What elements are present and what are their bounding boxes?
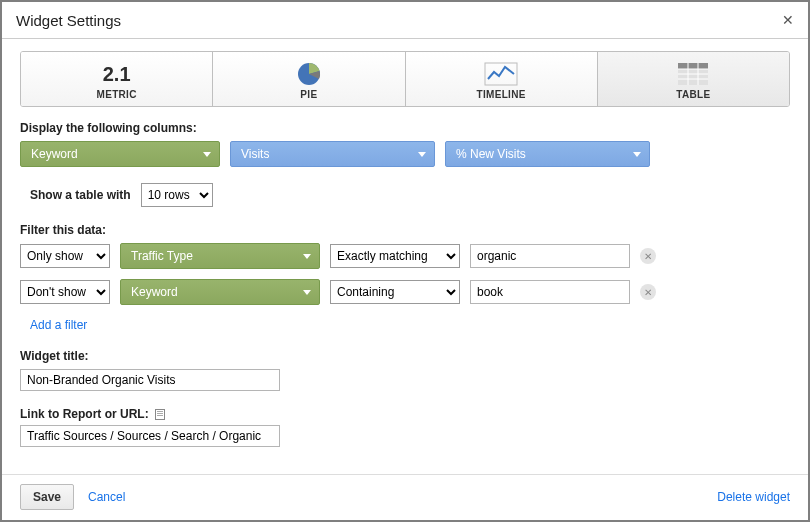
timeline-icon <box>406 61 597 87</box>
chevron-down-icon <box>303 290 311 295</box>
table-icon <box>598 61 789 87</box>
chevron-down-icon <box>203 152 211 157</box>
dialog-title: Widget Settings <box>16 12 121 29</box>
dialog-footer: Save Cancel Delete widget <box>2 474 808 520</box>
tab-metric[interactable]: 2.1 METRIC <box>21 52 213 106</box>
filters-section: Filter this data: Only show Traffic Type… <box>20 223 790 333</box>
close-icon[interactable]: ✕ <box>778 10 798 30</box>
add-filter-link[interactable]: Add a filter <box>30 318 87 332</box>
remove-filter-icon[interactable]: ✕ <box>640 248 656 264</box>
metric-icon: 2.1 <box>21 61 212 87</box>
dialog-body: 2.1 METRIC PIE <box>2 39 808 474</box>
pie-icon <box>213 61 404 87</box>
filters-heading: Filter this data: <box>20 223 790 237</box>
dimension-dropdown[interactable]: Keyword <box>20 141 220 167</box>
delete-widget-link[interactable]: Delete widget <box>717 490 790 504</box>
filter-value-input[interactable] <box>470 244 630 268</box>
rows-select[interactable]: 10 rows <box>141 183 213 207</box>
rows-section: Show a table with 10 rows <box>20 183 790 207</box>
widget-title-input[interactable] <box>20 369 280 391</box>
tab-table[interactable]: TABLE <box>598 52 789 106</box>
widget-title-section: Widget title: <box>20 349 790 391</box>
widget-title-label: Widget title: <box>20 349 790 363</box>
save-button[interactable]: Save <box>20 484 74 510</box>
tab-pie[interactable]: PIE <box>213 52 405 106</box>
metric2-dropdown[interactable]: % New Visits <box>445 141 650 167</box>
remove-filter-icon[interactable]: ✕ <box>640 284 656 300</box>
filter-match-select[interactable]: Containing <box>330 280 460 304</box>
chevron-down-icon <box>418 152 426 157</box>
chevron-down-icon <box>303 254 311 259</box>
widget-type-tabs: 2.1 METRIC PIE <box>20 51 790 107</box>
link-section: Link to Report or URL: <box>20 407 790 447</box>
svg-rect-3 <box>678 63 708 69</box>
filter-mode-select[interactable]: Don't show <box>20 280 110 304</box>
filter-dimension-dropdown[interactable]: Traffic Type <box>120 243 320 269</box>
filter-dimension-dropdown[interactable]: Keyword <box>120 279 320 305</box>
columns-section: Display the following columns: Keyword V… <box>20 121 790 167</box>
filter-value-input[interactable] <box>470 280 630 304</box>
chevron-down-icon <box>633 152 641 157</box>
link-label: Link to Report or URL: <box>20 407 790 421</box>
filter-row: Don't show Keyword Containing ✕ <box>20 279 790 305</box>
columns-heading: Display the following columns: <box>20 121 790 135</box>
filter-match-select[interactable]: Exactly matching <box>330 244 460 268</box>
filter-row: Only show Traffic Type Exactly matching … <box>20 243 790 269</box>
metric1-dropdown[interactable]: Visits <box>230 141 435 167</box>
page-icon <box>155 409 165 420</box>
dialog-titlebar: Widget Settings ✕ <box>2 2 808 39</box>
rows-label: Show a table with <box>30 188 131 202</box>
filter-mode-select[interactable]: Only show <box>20 244 110 268</box>
link-input[interactable] <box>20 425 280 447</box>
tab-timeline[interactable]: TIMELINE <box>406 52 598 106</box>
cancel-link[interactable]: Cancel <box>88 490 125 504</box>
widget-settings-dialog: Widget Settings ✕ 2.1 METRIC PIE <box>0 0 810 522</box>
